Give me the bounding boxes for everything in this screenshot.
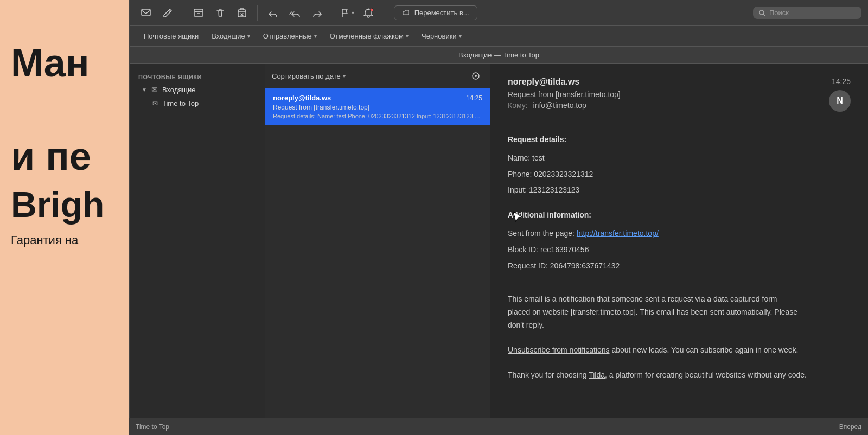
- message-list-header: Сортировать по дате ▾: [265, 64, 490, 88]
- notification-text: This email is a notification that someon…: [508, 293, 801, 331]
- tilda-link[interactable]: Tilda: [589, 370, 605, 379]
- email-from: noreply@tilda.ws: [508, 77, 829, 87]
- bottom-right-label: Вперед: [839, 423, 861, 431]
- unsubscribe-suffix: about new leads. You can subscribe again…: [610, 346, 799, 354]
- sidebar-item-inbox[interactable]: ▼ ✉ Входящие: [133, 82, 261, 97]
- flagged-chevron-icon: ▾: [406, 33, 409, 39]
- sidebar-subitem-timetotop[interactable]: ✉ Time to Top: [133, 97, 261, 110]
- website-bg-brand: Brigh: [0, 187, 130, 222]
- message-item[interactable]: noreply@tilda.ws 14:25 Request from [tra…: [265, 88, 490, 125]
- avatar: N: [829, 90, 851, 112]
- email-header: noreply@tilda.ws Request from [transfer.…: [508, 77, 851, 112]
- window-titlebar: Входящие — Time to Top: [130, 47, 868, 64]
- sent-from-url[interactable]: http://transfer.timeto.top/: [577, 229, 659, 238]
- thankyou-prefix: Thank you for choosing: [508, 370, 589, 379]
- email-to-address: info@timeto.top: [533, 101, 586, 110]
- toolbar: ▾ Переместить в...: [130, 0, 868, 26]
- reply-all-button[interactable]: [285, 4, 305, 22]
- bottom-left-label: Time to Top: [136, 423, 169, 431]
- additional-info-title: Additional information:: [508, 209, 851, 222]
- svg-rect-3: [238, 10, 246, 17]
- drafts-chevron-icon: ▾: [459, 33, 462, 39]
- message-list-scroll[interactable]: noreply@tilda.ws 14:25 Request from [tra…: [265, 88, 490, 435]
- svg-rect-2: [195, 11, 202, 17]
- subfolder-icon: ✉: [152, 100, 158, 107]
- list-filter-button[interactable]: [468, 68, 483, 84]
- name-line: Name: test: [508, 152, 851, 165]
- inbox-nav-button[interactable]: Входящие ▾: [206, 30, 256, 42]
- thank-you-line: Thank you for choosing Tilda, a platform…: [508, 369, 851, 382]
- sent-nav-button[interactable]: Отправленные ▾: [258, 30, 322, 42]
- email-to-label: Кому:: [508, 101, 528, 110]
- flag-chevron-icon: ▾: [352, 10, 354, 16]
- separator4: [384, 5, 384, 21]
- email-time: 14:25: [832, 77, 851, 86]
- search-icon: [758, 9, 766, 17]
- compose-button[interactable]: [158, 4, 177, 22]
- inbox-icon: ✉: [151, 85, 158, 94]
- drafts-nav-button[interactable]: Черновики ▾: [416, 30, 467, 42]
- flag-button[interactable]: ▾: [339, 5, 356, 21]
- thankyou-suffix: , a platform for creating beautiful webs…: [605, 370, 807, 379]
- sidebar: Почтовые ящики ▼ ✉ Входящие ✉ Time to To…: [130, 64, 265, 435]
- email-header-right: 14:25 N: [829, 77, 851, 112]
- separator3: [333, 5, 333, 21]
- svg-point-4: [370, 8, 373, 11]
- email-to-line: Кому: info@timeto.top: [508, 101, 829, 110]
- message-list: Сортировать по дате ▾ noreply@tilda.ws 1…: [265, 64, 490, 435]
- search-box[interactable]: [753, 7, 861, 19]
- main-content: Почтовые ящики ▼ ✉ Входящие ✉ Time to To…: [130, 64, 868, 435]
- archive-button[interactable]: [189, 4, 208, 22]
- message-item-header: noreply@tilda.ws 14:25: [273, 94, 482, 102]
- bottom-bar: Time to Top Вперед: [129, 418, 868, 435]
- svg-rect-0: [142, 9, 150, 16]
- sort-button[interactable]: Сортировать по дате ▾: [272, 72, 346, 80]
- unsubscribe-line: Unsubscribe from notifications about new…: [508, 344, 851, 357]
- separator2: [257, 5, 258, 21]
- navbar: Почтовые ящики Входящие ▾ Отправленные ▾…: [130, 26, 868, 47]
- website-bg-guarantee: Гарантия на: [0, 222, 130, 258]
- window-title: Входящие — Time to Top: [458, 51, 539, 59]
- email-detail: noreply@tilda.ws Request from [transfer.…: [490, 64, 868, 435]
- email-body: Request details: Name: test Phone: 02023…: [508, 125, 851, 381]
- block-id-line: Block ID: rec163970456: [508, 244, 851, 257]
- email-header-info: noreply@tilda.ws Request from [transfer.…: [508, 77, 829, 110]
- move-to-button[interactable]: Переместить в...: [394, 5, 477, 21]
- input-line: Input: 123123123123: [508, 184, 851, 197]
- forward-button[interactable]: [308, 4, 327, 22]
- trash-button[interactable]: [210, 4, 230, 22]
- email-subject: Request from [transfer.timeto.top]: [508, 90, 829, 99]
- request-details-title: Request details:: [508, 133, 851, 146]
- notification-button[interactable]: [359, 4, 378, 22]
- filter-icon: [471, 72, 480, 80]
- mailboxes-nav-button[interactable]: Почтовые ящики: [138, 30, 204, 42]
- svg-point-7: [475, 75, 477, 77]
- inbox-expand-icon: ▼: [142, 87, 147, 93]
- sidebar-section-header: Почтовые ящики: [130, 69, 265, 82]
- flagged-nav-button[interactable]: Отмеченные флажком ▾: [324, 30, 414, 42]
- website-bg-text2: и пе: [0, 93, 130, 187]
- website-bg-text1: Ман: [0, 0, 130, 93]
- mail-window: ▾ Переместить в...: [129, 0, 868, 435]
- search-input[interactable]: [769, 9, 851, 17]
- sent-chevron-icon: ▾: [314, 33, 317, 39]
- phone-line: Phone: 02023323321312: [508, 168, 851, 181]
- separator1: [183, 5, 183, 21]
- sort-chevron-icon: ▾: [343, 73, 346, 79]
- reply-button[interactable]: [263, 4, 283, 22]
- request-id-line: Request ID: 2064798:637671432: [508, 260, 851, 273]
- sent-from-label: Sent from the page:: [508, 229, 575, 238]
- sidebar-dash: —: [130, 110, 265, 120]
- website-background: Ман и пе Brigh Гарантия на: [0, 0, 130, 435]
- unsubscribe-link[interactable]: Unsubscribe from notifications: [508, 346, 610, 354]
- inbox-chevron-icon: ▾: [247, 33, 250, 39]
- new-message-button[interactable]: [136, 4, 156, 22]
- junk-button[interactable]: [232, 4, 252, 22]
- sent-from-line: Sent from the page: http://transfer.time…: [508, 227, 851, 240]
